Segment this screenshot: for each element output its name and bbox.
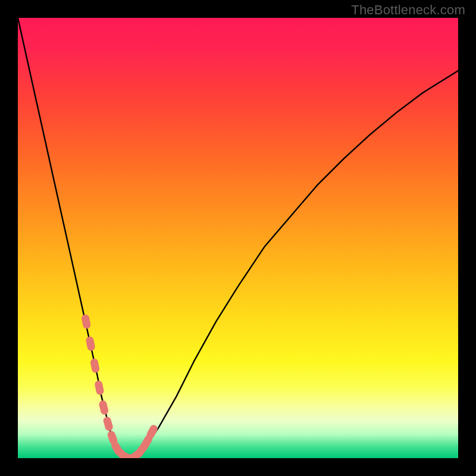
marker-group bbox=[81, 314, 159, 458]
marker-point bbox=[81, 314, 91, 330]
marker-point bbox=[102, 416, 114, 432]
chart-svg bbox=[18, 18, 458, 458]
watermark-text: TheBottleneck.com bbox=[351, 2, 465, 18]
bottleneck-curve bbox=[18, 18, 458, 458]
marker-point bbox=[90, 358, 100, 374]
marker-point bbox=[85, 336, 95, 352]
marker-point bbox=[94, 380, 105, 396]
marker-point bbox=[98, 400, 109, 415]
plot-area bbox=[18, 18, 458, 458]
chart-frame: TheBottleneck.com bbox=[0, 0, 476, 476]
